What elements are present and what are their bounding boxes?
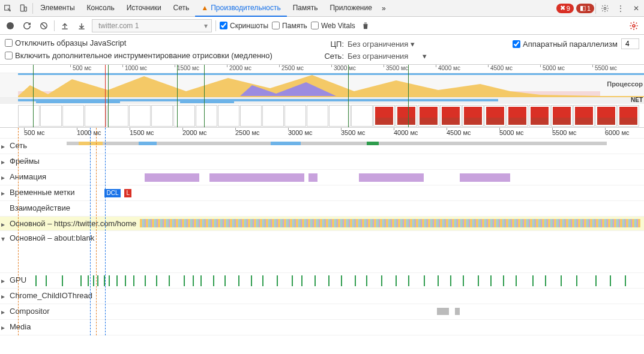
more-tabs[interactable]: » <box>378 4 390 13</box>
svg-rect-17 <box>437 308 449 315</box>
svg-point-3 <box>604 7 606 10</box>
separator <box>54 20 55 31</box>
svg-rect-16 <box>367 142 379 145</box>
disable-js-samples-checkbox[interactable]: Отключить образцы JavaScript <box>5 38 126 47</box>
memory-checkbox[interactable]: Память <box>272 22 307 30</box>
svg-rect-11 <box>180 101 234 103</box>
issue-badge[interactable]: ◧1 <box>576 4 594 13</box>
flame-strip <box>140 219 640 227</box>
warning-icon: ▲ <box>201 4 208 12</box>
load-marker: L <box>124 189 131 197</box>
track-timings[interactable]: ▸ Временные метки DCL L <box>0 185 644 201</box>
track-animation[interactable]: ▸ Анимация <box>0 170 644 185</box>
svg-rect-14 <box>139 142 157 145</box>
tab-memory[interactable]: Память <box>287 0 324 17</box>
dcl-marker: DCL <box>104 189 120 197</box>
track-childio[interactable]: ▸ Chrome_ChildIOThread <box>0 289 644 304</box>
upload-button[interactable] <box>58 19 71 32</box>
kebab-icon[interactable]: ⋮ <box>613 1 628 16</box>
chevron-down-icon: ▾ <box>423 52 427 61</box>
svg-rect-10 <box>36 101 120 103</box>
reload-button[interactable] <box>20 19 34 32</box>
track-gpu[interactable]: ▸ GPU <box>0 273 644 289</box>
cpu-overview-label: Процессор <box>607 80 643 88</box>
inspect-icon[interactable] <box>0 1 16 16</box>
svg-point-6 <box>633 25 635 27</box>
clear-button[interactable] <box>37 19 50 32</box>
track-network[interactable]: ▸ Сеть <box>0 139 644 154</box>
track-interaction[interactable]: Взаимодействие <box>0 201 644 217</box>
cpu-overview: Процессор <box>0 73 644 97</box>
separator <box>32 3 33 14</box>
tab-elements[interactable]: Элементы <box>34 0 81 17</box>
expand-icon[interactable]: ▸ <box>0 304 6 319</box>
net-overview: NET <box>0 97 644 103</box>
expand-icon[interactable]: ▸ <box>0 320 6 335</box>
cpu-throttle-select[interactable]: Без ограничения▾ <box>348 40 415 49</box>
svg-rect-18 <box>455 308 460 315</box>
hw-concurrency-input[interactable] <box>621 38 639 49</box>
network-label: Сеть: <box>320 52 344 61</box>
separator <box>215 20 216 31</box>
svg-rect-2 <box>25 7 27 11</box>
issue-icon: ◧ <box>580 4 586 12</box>
flamechart-panel[interactable]: 500 мс1000 мс1500 мс2000 мс2500 мс3000 м… <box>0 128 644 335</box>
error-icon: ✖ <box>560 4 565 12</box>
screenshot-strip <box>0 103 644 127</box>
svg-rect-13 <box>79 142 103 145</box>
expand-icon[interactable]: ▸ <box>0 185 6 200</box>
expand-icon[interactable]: ▸ <box>0 273 6 288</box>
svg-rect-9 <box>18 99 498 101</box>
network-throttle-select[interactable]: Без ограничения▾ <box>348 52 427 61</box>
expand-icon[interactable]: ▸ <box>0 139 6 154</box>
svg-rect-15 <box>271 142 301 145</box>
chevron-down-icon: ▾ <box>204 22 208 30</box>
settings-icon[interactable] <box>597 1 613 16</box>
expand-icon[interactable] <box>0 201 6 216</box>
track-main-2[interactable]: ▾ Основной – about:blank <box>0 231 644 273</box>
paint-instrumentation-checkbox[interactable]: Включить дополнительное инструментирован… <box>5 51 272 60</box>
separator <box>595 3 596 14</box>
screenshots-checkbox[interactable]: Скриншоты <box>220 22 268 30</box>
hw-concurrency-checkbox[interactable]: Аппаратный параллелизм <box>513 40 618 49</box>
cpu-label: ЦП: <box>320 40 344 49</box>
profile-select[interactable]: twitter.com 1▾ <box>92 19 212 32</box>
download-button[interactable] <box>75 19 88 32</box>
collapse-icon[interactable]: ▾ <box>0 231 6 272</box>
svg-point-4 <box>7 22 14 29</box>
expand-icon[interactable]: ▸ <box>0 170 6 185</box>
tab-sources[interactable]: Источники <box>121 0 167 17</box>
error-badge[interactable]: ✖9 <box>556 4 574 13</box>
tab-performance[interactable]: ▲Производительность <box>195 0 286 17</box>
track-frames[interactable]: ▸ Фреймы <box>0 154 644 170</box>
expand-icon[interactable]: ▸ <box>0 154 6 169</box>
chevron-down-icon: ▾ <box>411 40 415 49</box>
tab-network[interactable]: Сеть <box>167 0 196 17</box>
expand-icon[interactable]: ▸ <box>0 217 6 230</box>
tab-console[interactable]: Консоль <box>81 0 121 17</box>
track-compositor[interactable]: ▸ Compositor <box>0 304 644 320</box>
tab-application[interactable]: Приложение <box>324 0 378 17</box>
track-media[interactable]: ▸ Media <box>0 320 644 335</box>
track-main-1[interactable]: ▸ Основной – https://twitter.com/home <box>0 217 644 231</box>
svg-rect-1 <box>20 5 24 11</box>
net-overview-label: NET <box>631 97 643 103</box>
svg-rect-8 <box>18 73 644 75</box>
expand-icon[interactable]: ▸ <box>0 289 6 304</box>
capture-settings-icon[interactable] <box>627 19 640 32</box>
webvitals-checkbox[interactable]: Web Vitals <box>311 22 355 30</box>
delete-button[interactable] <box>359 19 372 32</box>
record-button[interactable] <box>4 19 17 32</box>
close-icon[interactable]: ✕ <box>628 1 644 16</box>
device-icon[interactable] <box>16 1 31 16</box>
overview-panel[interactable]: 500 мс1000 мс1500 мс2000 мс2500 мс3000 м… <box>0 65 644 128</box>
